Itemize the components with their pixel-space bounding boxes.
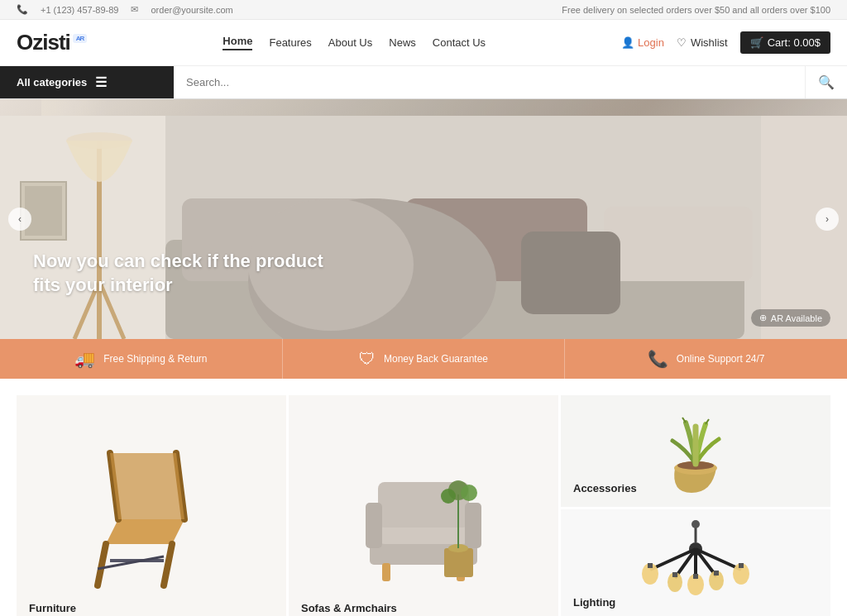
category-furniture[interactable]: Furniture <box>17 395 286 616</box>
ar-icon: ⊕ <box>759 313 767 323</box>
support-icon: 📞 <box>648 349 668 369</box>
nav-features[interactable]: Features <box>269 36 311 49</box>
category-accessories[interactable]: Accessories <box>561 395 830 507</box>
email-icon: ✉ <box>131 4 138 15</box>
svg-point-37 <box>461 485 477 501</box>
svg-rect-51 <box>648 563 653 568</box>
phone-icon: 📞 <box>17 4 28 15</box>
support-label: Online Support 24/7 <box>677 353 765 365</box>
benefits-bar: 🚚 Free Shipping & Return 🛡 Money Back Gu… <box>0 339 847 379</box>
heart-icon: ♡ <box>677 36 687 49</box>
svg-marker-17 <box>106 519 184 544</box>
svg-line-19 <box>164 544 172 585</box>
hero-text-block: Now you can check if the product fits yo… <box>33 249 323 298</box>
main-nav: Home Features About Us News Contact Us <box>223 35 486 50</box>
svg-rect-28 <box>366 503 382 548</box>
benefit-support: 📞 Online Support 24/7 <box>565 339 847 379</box>
hero-prev-button[interactable]: ‹ <box>8 208 31 231</box>
shipping-label: Free Shipping & Return <box>103 353 207 365</box>
login-icon: 👤 <box>621 36 634 49</box>
svg-marker-22 <box>110 453 184 519</box>
search-input[interactable] <box>186 76 792 88</box>
top-bar-left: 📞 +1 (123) 457-89-89 ✉ order@yoursite.co… <box>17 4 233 15</box>
nav-contact[interactable]: Contact Us <box>433 36 486 49</box>
accessories-svg <box>646 406 745 497</box>
categories-grid: Furniture Sofas & Armchairs <box>0 379 847 616</box>
all-categories-label: All categories <box>17 76 87 88</box>
hero-title: Now you can check if the product fits yo… <box>33 249 323 298</box>
ar-label: AR Available <box>771 313 822 323</box>
hamburger-icon: ☰ <box>95 74 107 90</box>
all-categories-button[interactable]: All categories ☰ <box>0 66 174 98</box>
sofas-svg <box>349 428 498 594</box>
phone-number: +1 (123) 457-89-89 <box>41 5 118 15</box>
chevron-left-icon: ‹ <box>18 213 22 225</box>
wishlist-label: Wishlist <box>691 36 728 49</box>
ar-badge: AR <box>73 34 88 43</box>
cart-icon: 🛒 <box>750 36 763 49</box>
category-lighting[interactable]: Lighting <box>561 509 830 616</box>
benefit-shipping: 🚚 Free Shipping & Return <box>0 339 283 379</box>
svg-line-24 <box>98 556 164 569</box>
svg-line-18 <box>98 544 106 585</box>
svg-rect-30 <box>382 563 390 581</box>
login-label: Login <box>638 36 664 49</box>
category-sofas[interactable]: Sofas & Armchairs <box>289 395 558 616</box>
login-button[interactable]: 👤 Login <box>621 36 664 49</box>
furniture-label: Furniture <box>29 602 76 614</box>
svg-rect-29 <box>465 503 481 548</box>
guarantee-icon: 🛡 <box>359 350 376 369</box>
cart-label: Cart: 0.00$ <box>768 36 821 49</box>
nav-home[interactable]: Home <box>223 35 252 50</box>
top-bar: 📞 +1 (123) 457-89-89 ✉ order@yoursite.co… <box>0 0 847 20</box>
lighting-svg <box>634 520 758 611</box>
svg-point-57 <box>691 520 700 528</box>
svg-rect-12 <box>604 207 753 281</box>
hero-next-button[interactable]: › <box>816 208 839 231</box>
header: Ozisti AR Home Features About Us News Co… <box>0 20 847 66</box>
wishlist-button[interactable]: ♡ Wishlist <box>677 36 728 49</box>
svg-rect-15 <box>521 232 620 314</box>
email-address: order@yoursite.com <box>151 5 232 15</box>
svg-rect-55 <box>739 563 744 568</box>
accessories-label: Accessories <box>573 482 637 494</box>
hero-section: ‹ › Now you can check if the product fit… <box>0 99 847 339</box>
search-bar <box>174 66 805 98</box>
logo[interactable]: Ozisti AR <box>17 30 87 55</box>
svg-rect-54 <box>714 571 719 575</box>
header-actions: 👤 Login ♡ Wishlist 🛒 Cart: 0.00$ <box>621 31 830 54</box>
svg-rect-32 <box>444 548 473 577</box>
search-section: All categories ☰ 🔍 <box>0 66 847 99</box>
svg-rect-53 <box>693 574 698 579</box>
hero-title-line2: fits your interior <box>33 275 173 295</box>
furniture-svg <box>81 428 222 594</box>
nav-about[interactable]: About Us <box>328 36 372 49</box>
hero-title-line1: Now you can check if the product <box>33 251 323 271</box>
sofas-label: Sofas & Armchairs <box>301 602 397 614</box>
lighting-label: Lighting <box>573 596 615 609</box>
search-submit-button[interactable]: 🔍 <box>805 66 847 98</box>
top-bar-promo: Free delivery on selected orders over $5… <box>562 5 830 15</box>
shipping-icon: 🚚 <box>74 349 95 369</box>
logo-text: Ozisti <box>17 30 70 55</box>
hero-scene-svg <box>0 116 847 339</box>
benefit-money-back: 🛡 Money Back Guarantee <box>283 339 566 379</box>
cart-button[interactable]: 🛒 Cart: 0.00$ <box>740 31 830 54</box>
svg-rect-52 <box>672 572 677 577</box>
nav-news[interactable]: News <box>389 36 416 49</box>
ar-available-badge: ⊕ AR Available <box>751 309 830 327</box>
svg-rect-8 <box>25 186 62 236</box>
guarantee-label: Money Back Guarantee <box>384 353 488 365</box>
svg-point-36 <box>441 489 456 504</box>
chevron-right-icon: › <box>825 213 829 225</box>
